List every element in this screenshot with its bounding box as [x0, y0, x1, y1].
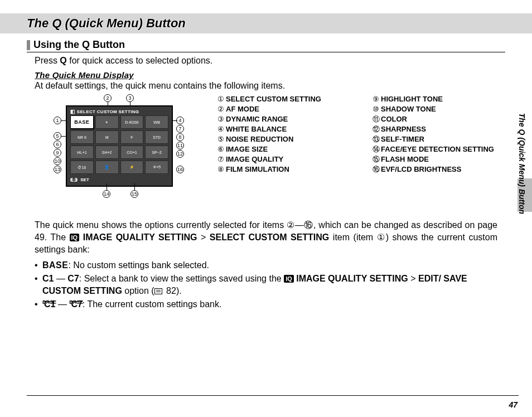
section-heading-text: Using the Q Button	[33, 39, 125, 51]
quick-menu-item: ③DYNAMIC RANGE	[217, 114, 362, 124]
text: : The current custom settings bank.	[83, 299, 222, 309]
quick-menu-item: ⑥IMAGE SIZE	[217, 144, 362, 154]
item-label: WHITE BALANCE	[226, 125, 287, 133]
diagram-row: 2 3 ◧ SELECT CUSTOM SETTING BASE▸D-R200W…	[35, 94, 505, 206]
quick-menu-heading: The Quick Menu Display	[35, 70, 505, 80]
item-column-left: ①SELECT CUSTOM SETTING②AF MODE③DYNAMIC R…	[217, 94, 362, 206]
dash: —	[55, 299, 69, 309]
item-label: SELECT CUSTOM SETTING	[226, 95, 321, 103]
base-cell: BASE	[70, 115, 94, 129]
quick-menu-item: ⑩SHADOW TONE	[373, 104, 518, 114]
quick-menu-cell: WB	[145, 115, 168, 129]
text: : No custom settings bank selected.	[68, 260, 209, 270]
gt: >	[408, 274, 418, 283]
c1-label: C1	[42, 274, 54, 283]
quick-menu-diagram: 2 3 ◧ SELECT CUSTOM SETTING BASE▸D-R200W…	[35, 94, 202, 206]
quick-menu-item: ⑮FLASH MODE	[373, 154, 518, 164]
quick-menu-cell: NR 0	[70, 130, 94, 144]
iq-setting-label: IMAGE QUALITY SETTING	[294, 274, 408, 283]
quick-menu-cell: ⚡	[120, 161, 144, 174]
quick-menu-item: ⑯EVF/LCD BRIGHTNESS	[373, 164, 518, 174]
quick-menu-screen-title: ◧ SELECT CUSTOM SETTING	[67, 106, 172, 115]
page-ref-icon	[154, 288, 162, 294]
item-label: FILM SIMULATION	[226, 165, 289, 173]
item-number: ⑮	[373, 154, 381, 164]
quick-menu-cell: SH+2	[95, 146, 119, 159]
manual-page: The Q (Quick Menu) Button Using the Q Bu…	[0, 0, 532, 417]
item-number: ③	[217, 114, 226, 124]
item-number: ⑪	[373, 114, 381, 124]
quick-menu-item: ②AF MODE	[217, 104, 362, 114]
quick-menu-item: ⑪COLOR	[373, 114, 518, 124]
select-custom-setting-label: SELECT CUSTOM SETTING	[210, 232, 330, 242]
intro-post: for quick access to selected options.	[67, 56, 212, 65]
callout-10: 10	[54, 157, 61, 165]
iq-icon: IQ	[70, 234, 80, 241]
callout-15: 15	[130, 190, 138, 198]
item-label: FACE/EYE DETECTION SETTING	[381, 145, 494, 153]
item-number: ⑭	[373, 144, 381, 154]
bullet-list: BASE: No custom settings bank selected. …	[35, 259, 497, 311]
dash: —	[54, 274, 67, 283]
quick-menu-item: ①SELECT CUSTOM SETTING	[217, 94, 362, 104]
footer-rule	[27, 395, 519, 396]
item-number: ⑧	[217, 164, 226, 174]
item-label: EVF/LCD BRIGHTNESS	[381, 165, 461, 173]
lead	[61, 136, 67, 137]
q-button-label: Q	[60, 56, 66, 65]
quick-menu-cell: D-R200	[120, 115, 144, 129]
callout-13: 13	[54, 166, 61, 173]
callout-12: 12	[176, 150, 184, 158]
quick-menu-item: ⑬SELF-TIMER	[373, 134, 518, 144]
ok-button-icon: ⦿	[70, 178, 78, 182]
item-number: ①	[217, 94, 226, 104]
page-ref-82: 82).	[164, 286, 182, 295]
quick-menu-cell: ▸	[95, 115, 119, 129]
quick-menu-item: ⑫SHARPNESS	[373, 124, 518, 134]
item-number: ⑨	[373, 94, 381, 104]
lead	[134, 183, 135, 190]
mini-base-label: BASE	[69, 300, 83, 304]
callout-11: 11	[176, 142, 184, 149]
body-paragraph: The quick menu shows the options current…	[35, 219, 497, 256]
iq-icon: IQ	[284, 275, 294, 283]
text: The quick menu shows the options current…	[35, 220, 287, 230]
callout-4: 4	[176, 117, 184, 124]
lead	[61, 120, 67, 121]
item-label: COLOR	[381, 115, 407, 123]
quick-menu-item: ⑧FILM SIMULATION	[217, 164, 362, 174]
quick-menu-cell: HL+1	[70, 146, 94, 159]
item-columns: ①SELECT CUSTOM SETTING②AF MODE③DYNAMIC R…	[217, 94, 518, 206]
gt: >	[197, 232, 209, 242]
quick-menu-item: ⑦IMAGE QUALITY	[217, 154, 362, 164]
quick-menu-cell: 👤	[95, 161, 119, 174]
item-number: ⑤	[217, 134, 226, 144]
heading-bar-icon	[27, 40, 30, 50]
quick-menu-cell: M	[95, 130, 119, 144]
text: : Select a bank to view the settings sav…	[79, 274, 284, 283]
intro-pre: Press	[35, 56, 60, 65]
quick-menu-cell: ⏱10	[70, 161, 94, 174]
item-label: AF MODE	[226, 105, 259, 113]
callout-7: 7	[176, 125, 184, 133]
callout-6: 6	[54, 140, 61, 148]
quick-menu-item: ⑤NOISE REDUCTION	[217, 134, 362, 144]
iq-setting-label: IMAGE QUALITY SETTING	[79, 232, 197, 242]
item-circle-1: ①	[377, 232, 386, 242]
quick-menu-cell: F	[120, 130, 144, 144]
c7-label: C7	[67, 274, 79, 283]
callout-2: 2	[104, 94, 112, 102]
quick-menu-cell: CO+1	[120, 146, 144, 159]
item-label: SHADOW TONE	[381, 105, 436, 113]
callout-3: 3	[126, 94, 134, 102]
item-number: ⑩	[373, 104, 381, 114]
bullet-c1-c7: C1 — C7: Select a bank to view the setti…	[35, 273, 497, 297]
callout-8: 8	[176, 133, 184, 141]
lead	[107, 183, 107, 190]
set-label: SET	[80, 177, 89, 182]
text: option (	[122, 286, 154, 295]
side-tab-title: The Q (Quick Menu) Button	[518, 113, 526, 214]
section-heading: Using the Q Button	[27, 39, 505, 52]
quick-menu-item: ⑭FACE/EYE DETECTION SETTING	[373, 144, 518, 154]
page-title-band: The Q (Quick Menu) Button	[0, 13, 532, 33]
